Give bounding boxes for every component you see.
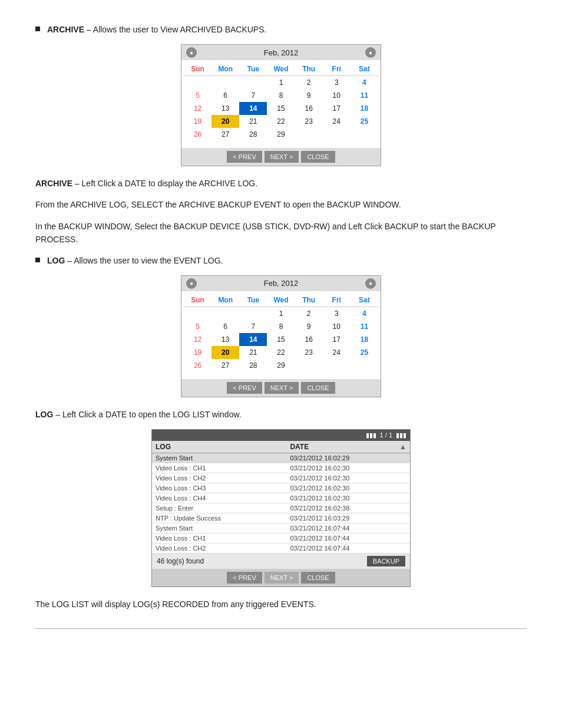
cal-cell[interactable]: 7 [239,89,267,102]
cal-cell[interactable]: 18 [351,333,378,346]
log-table-row[interactable]: Video Loss : CH103/21/2012 16:07:44 [152,533,410,543]
cal-cell[interactable]: 5 [184,89,211,102]
log-prev-button[interactable]: < PREV [227,572,262,584]
log-backup-button[interactable]: BACKUP [367,556,405,566]
cal-cell[interactable]: 28 [239,359,267,372]
log-table-row[interactable]: Setup : Enter03/21/2012 16:02:38 [152,503,410,513]
cal-cell[interactable]: 10 [323,89,351,102]
log-table-row[interactable]: Video Loss : CH103/21/2012 16:02:30 [152,463,410,473]
cal-cell[interactable]: 23 [295,115,323,128]
calendar-box-2: ● Feb, 2012 ● Sun Mon Tue Wed Thu Fri Sa… [181,275,381,397]
sort-arrow-icon: ▲ [399,443,406,451]
cal-cell[interactable]: 24 [323,115,351,128]
cal-cell[interactable]: 26 [184,359,211,372]
cal-week3-1: 12 13 14 15 16 17 18 [184,102,378,115]
cal-cell[interactable]: 16 [295,102,323,115]
cal-cell[interactable]: 2 [295,76,323,89]
cal-cell[interactable]: 25 [351,115,378,128]
cal-cell-selected[interactable]: 20 [211,115,239,128]
log-table-row[interactable]: System Start03/21/2012 16:02:29 [152,453,410,463]
cal-cell[interactable]: 4 [351,307,378,320]
cal-next-button-2[interactable]: NEXT > [265,382,299,394]
cal-cell[interactable] [184,76,211,89]
cal-cell[interactable]: 1 [267,76,295,89]
cal-cell[interactable]: 3 [323,307,351,320]
cal-cell[interactable] [211,307,239,320]
cal-header-2: ● Feb, 2012 ● [181,276,381,291]
cal-cell[interactable] [239,307,267,320]
cal-week1-2: 1 2 3 4 [184,307,378,320]
cal-close-button-2[interactable]: CLOSE [301,382,335,394]
log-close-button[interactable]: CLOSE [301,572,335,584]
cal-cell[interactable]: 27 [211,359,239,372]
cal-cell[interactable] [184,307,211,320]
cal-cell[interactable]: 28 [239,128,267,141]
cal-cell[interactable]: 5 [184,320,211,333]
cal-cell[interactable]: 27 [211,128,239,141]
cal-cell[interactable]: 12 [184,333,211,346]
cal-cell[interactable]: 19 [184,346,211,359]
cal-cell[interactable]: 23 [295,346,323,359]
cal-cell [184,372,211,377]
cal-close-button-1[interactable]: CLOSE [301,151,335,163]
cal-cell[interactable]: 22 [267,115,295,128]
log-table-row[interactable]: Video Loss : CH403/21/2012 16:02:30 [152,493,410,503]
cal-prev-btn-2[interactable]: ● [186,278,197,289]
cal-cell[interactable]: 9 [295,320,323,333]
cal-cell[interactable]: 8 [267,320,295,333]
cal-cell[interactable]: 15 [267,333,295,346]
log-table-row[interactable]: Video Loss : CH203/21/2012 16:07:44 [152,543,410,553]
cal-cell[interactable] [239,76,267,89]
cal-cell[interactable]: 11 [351,320,378,333]
log-calendar: ● Feb, 2012 ● Sun Mon Tue Wed Thu Fri Sa… [35,275,527,397]
log-cell-log: Video Loss : CH1 [152,463,286,473]
cal-cell[interactable]: 3 [323,76,351,89]
log-table-row[interactable]: NTP : Update Success03/21/2012 16:03:29 [152,513,410,523]
cal-next-btn-1[interactable]: ● [365,47,376,58]
cal-cell[interactable]: 12 [184,102,211,115]
cal-cell[interactable]: 13 [211,333,239,346]
cal-cell[interactable]: 17 [323,102,351,115]
cal-cell[interactable]: 17 [323,333,351,346]
cal-cell[interactable]: 19 [184,115,211,128]
cal-cell[interactable]: 18 [351,102,378,115]
cal-cell[interactable]: 24 [323,346,351,359]
cal-cell[interactable]: 10 [323,320,351,333]
cal-cell[interactable]: 16 [295,333,323,346]
cal-cell[interactable]: 2 [295,307,323,320]
log-table-row[interactable]: Video Loss : CH203/21/2012 16:02:30 [152,473,410,483]
cal-cell[interactable]: 14 [239,333,267,346]
log-table-row[interactable]: Video Loss : CH303/21/2012 16:02:30 [152,483,410,493]
cal-cell[interactable]: 1 [267,307,295,320]
log-table: LOG DATE ▲ System Start03/21/2012 16:02:… [152,441,410,554]
cal-prev-button-1[interactable]: < PREV [227,151,262,163]
cal-cell[interactable]: 21 [239,346,267,359]
cal-cell[interactable]: 15 [267,102,295,115]
cal-cell[interactable]: 13 [211,102,239,115]
cal-next-btn-2[interactable]: ● [365,278,376,289]
cal-cell[interactable]: 11 [351,89,378,102]
cal-cell[interactable]: 29 [267,128,295,141]
cal-empty-row-2 [184,372,378,377]
cal-cell[interactable]: 6 [211,320,239,333]
cal-cell-selected[interactable]: 20 [211,346,239,359]
cal-cell[interactable]: 22 [267,346,295,359]
cal-cell[interactable]: 29 [267,359,295,372]
cal-day-sun-2: Sun [184,294,211,307]
cal-cell[interactable]: 4 [351,76,378,89]
log-next-button[interactable]: NEXT > [265,572,299,584]
log-table-row[interactable]: System Start03/21/2012 16:07:44 [152,523,410,533]
cal-cell[interactable]: 7 [239,320,267,333]
cal-prev-button-2[interactable]: < PREV [227,382,262,394]
cal-cell[interactable]: 8 [267,89,295,102]
cal-cell[interactable]: 21 [239,115,267,128]
log-cell-date: 03/21/2012 16:02:30 [286,473,410,483]
cal-cell[interactable]: 6 [211,89,239,102]
cal-cell[interactable]: 26 [184,128,211,141]
cal-cell[interactable] [211,76,239,89]
cal-cell[interactable]: 25 [351,346,378,359]
cal-cell[interactable]: 14 [239,102,267,115]
cal-cell[interactable]: 9 [295,89,323,102]
cal-prev-btn-1[interactable]: ● [186,47,197,58]
cal-next-button-1[interactable]: NEXT > [265,151,299,163]
